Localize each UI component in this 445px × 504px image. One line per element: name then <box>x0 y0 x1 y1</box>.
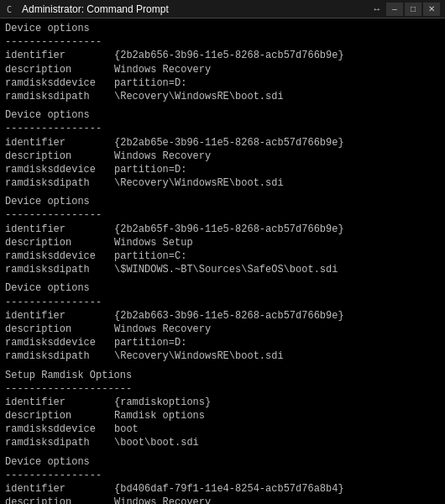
row-val-4-1: Ramdisk options <box>114 409 205 423</box>
close-button[interactable]: ✕ <box>423 3 440 16</box>
section-divider-4: --------------------- <box>5 382 440 396</box>
row-key-0-3: ramdisksdipath <box>5 90 114 103</box>
row-key-3-2: ramdisksddevice <box>5 336 114 349</box>
row-5-1: descriptionWindows Recovery <box>5 496 440 504</box>
row-key-4-2: ramdisksddevice <box>5 423 114 436</box>
row-2-0: identifier{2b2ab65f-3b96-11e5-8268-acb57… <box>5 223 440 236</box>
row-val-1-0: {2b2ab65e-3b96-11e5-8268-acb57d766b9e} <box>114 136 344 150</box>
row-1-3: ramdisksdipath\Recovery\WindowsRE\boot.s… <box>5 176 440 190</box>
maximize-button[interactable]: □ <box>405 3 421 16</box>
section-1: Device options----------------identifier… <box>5 108 440 190</box>
row-2-2: ramdisksddevicepartition=C: <box>5 249 440 263</box>
section-header-1: Device options <box>5 108 440 122</box>
row-val-3-0: {2b2ab663-3b96-11e5-8268-acb57d766b9e} <box>114 309 344 323</box>
row-val-5-1: Windows Recovery <box>114 496 211 504</box>
row-5-0: identifier{bd406daf-79f1-11e4-8254-acb57… <box>5 482 440 496</box>
section-divider-0: ---------------- <box>5 35 440 49</box>
row-4-3: ramdisksdipath\boot\boot.sdi <box>5 436 440 449</box>
row-val-3-3: \Recovery\WindowsRE\boot.sdi <box>114 349 284 363</box>
svg-text:C: C <box>7 5 12 14</box>
section-4: Setup Ramdisk Options-------------------… <box>5 369 440 450</box>
section-divider-1: ---------------- <box>5 122 440 135</box>
minimize-button[interactable]: – <box>386 3 403 16</box>
row-0-2: ramdisksddevicepartition=D: <box>5 76 440 90</box>
row-val-2-1: Windows Setup <box>114 236 193 249</box>
row-4-2: ramdisksddeviceboot <box>5 423 440 436</box>
row-key-2-1: description <box>5 236 114 249</box>
row-3-1: descriptionWindows Recovery <box>5 323 440 336</box>
section-header-2: Device options <box>5 195 440 208</box>
section-divider-2: ---------------- <box>5 208 440 222</box>
row-key-2-2: ramdisksddevice <box>5 249 114 263</box>
row-1-1: descriptionWindows Recovery <box>5 150 440 163</box>
row-2-3: ramdisksdipath\$WINDOWS.~BT\Sources\Safe… <box>5 263 440 276</box>
row-val-1-2: partition=D: <box>114 163 186 176</box>
row-4-1: descriptionRamdisk options <box>5 409 440 423</box>
row-key-2-3: ramdisksdipath <box>5 263 114 276</box>
row-2-1: descriptionWindows Setup <box>5 236 440 249</box>
row-key-2-0: identifier <box>5 223 114 236</box>
section-header-3: Device options <box>5 281 440 295</box>
row-val-5-0: {bd406daf-79f1-11e4-8254-acb57d76a8b4} <box>114 482 344 496</box>
row-key-1-2: ramdisksddevice <box>5 163 114 176</box>
row-val-4-3: \boot\boot.sdi <box>114 436 199 449</box>
row-val-0-1: Windows Recovery <box>114 63 211 76</box>
row-key-0-2: ramdisksddevice <box>5 76 114 90</box>
row-key-4-3: ramdisksdipath <box>5 436 114 449</box>
row-key-3-1: description <box>5 323 114 336</box>
row-val-3-1: Windows Recovery <box>114 323 211 336</box>
cmd-icon: C <box>5 3 17 15</box>
row-0-3: ramdisksdipath\Recovery\WindowsRE\boot.s… <box>5 90 440 103</box>
row-key-3-0: identifier <box>5 309 114 323</box>
section-divider-5: ---------------- <box>5 469 440 482</box>
row-key-1-3: ramdisksdipath <box>5 176 114 190</box>
row-val-2-2: partition=C: <box>114 249 186 263</box>
row-3-2: ramdisksddevicepartition=D: <box>5 336 440 349</box>
row-1-2: ramdisksddevicepartition=D: <box>5 163 440 176</box>
row-val-2-0: {2b2ab65f-3b96-11e5-8268-acb57d766b9e} <box>114 223 344 236</box>
row-val-1-1: Windows Recovery <box>114 150 211 163</box>
row-val-3-2: partition=D: <box>114 336 186 349</box>
section-3: Device options----------------identifier… <box>5 281 440 363</box>
row-val-0-2: partition=D: <box>114 76 186 90</box>
row-val-4-0: {ramdiskoptions} <box>114 396 211 409</box>
section-2: Device options----------------identifier… <box>5 195 440 276</box>
row-key-0-0: identifier <box>5 49 114 62</box>
section-0: Device options----------------identifier… <box>5 22 440 103</box>
row-val-4-2: boot <box>114 423 139 436</box>
section-header-4: Setup Ramdisk Options <box>5 369 440 382</box>
section-divider-3: ---------------- <box>5 296 440 309</box>
row-key-1-1: description <box>5 150 114 163</box>
resize-icon: ↔ <box>374 4 380 14</box>
row-3-3: ramdisksdipath\Recovery\WindowsRE\boot.s… <box>5 349 440 363</box>
section-header-5: Device options <box>5 455 440 469</box>
section-header-0: Device options <box>5 22 440 35</box>
row-3-0: identifier{2b2ab663-3b96-11e5-8268-acb57… <box>5 309 440 323</box>
row-val-0-0: {2b2ab656-3b96-11e5-8268-acb57d766b9e} <box>114 49 344 62</box>
console-output: Device options----------------identifier… <box>0 18 445 504</box>
row-val-2-3: \$WINDOWS.~BT\Sources\SafeOS\boot.sdi <box>114 263 338 276</box>
row-0-0: identifier{2b2ab656-3b96-11e5-8268-acb57… <box>5 49 440 62</box>
title-bar-title: Administrator: Command Prompt <box>22 3 374 15</box>
row-key-3-3: ramdisksdipath <box>5 349 114 363</box>
row-key-4-0: identifier <box>5 396 114 409</box>
row-1-0: identifier{2b2ab65e-3b96-11e5-8268-acb57… <box>5 136 440 150</box>
row-key-0-1: description <box>5 63 114 76</box>
title-bar-controls: – □ ✕ <box>386 3 440 16</box>
title-bar: C Administrator: Command Prompt ↔ – □ ✕ <box>0 0 445 18</box>
row-key-1-0: identifier <box>5 136 114 150</box>
row-4-0: identifier{ramdiskoptions} <box>5 396 440 409</box>
row-key-5-0: identifier <box>5 482 114 496</box>
row-val-0-3: \Recovery\WindowsRE\boot.sdi <box>114 90 284 103</box>
row-0-1: descriptionWindows Recovery <box>5 63 440 76</box>
row-key-4-1: description <box>5 409 114 423</box>
row-val-1-3: \Recovery\WindowsRE\boot.sdi <box>114 176 284 190</box>
section-5: Device options----------------identifier… <box>5 455 440 504</box>
row-key-5-1: description <box>5 496 114 504</box>
